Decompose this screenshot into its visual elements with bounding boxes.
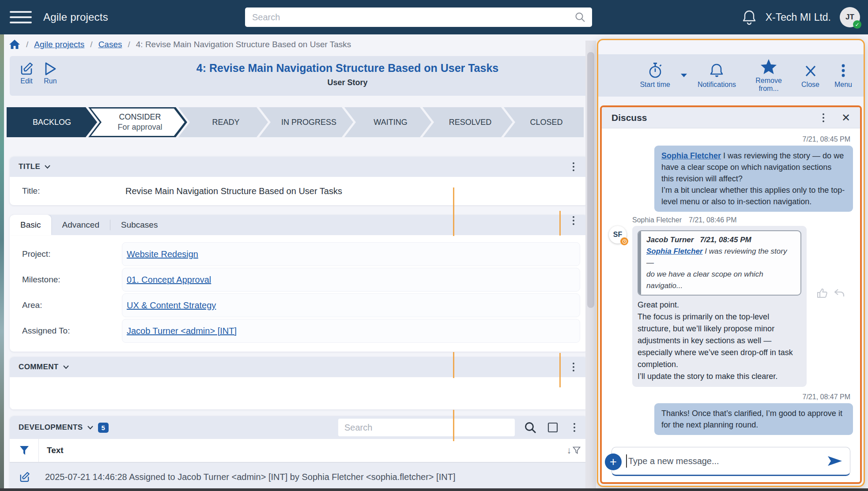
mention-link[interactable]: Sophia Fletcher bbox=[661, 151, 721, 160]
title-field-value[interactable]: Revise Main Navigation Structure Based o… bbox=[125, 186, 342, 196]
quote-header: Jacob Turner 7/21, 08:45 PM bbox=[646, 234, 795, 246]
field-value-pill: Website Redesign bbox=[122, 242, 580, 266]
case-subtitle: User Story bbox=[116, 78, 579, 87]
section-heading: TITLE bbox=[19, 162, 40, 171]
hamburger-icon[interactable] bbox=[10, 8, 34, 26]
quote-body: Jacob Turner 7/21, 08:45 PM Sophia Fletc… bbox=[641, 231, 800, 295]
company-name[interactable]: X-Tech MI Ltd. bbox=[766, 11, 831, 23]
assigned-to-link[interactable]: Jacob Turner <admin> [INT] bbox=[127, 326, 237, 336]
top-bar: Agile projects X-Tech MI Ltd. JT ✓ bbox=[0, 0, 868, 34]
orange-guide-line bbox=[453, 352, 454, 378]
column-header-text[interactable]: Text bbox=[47, 446, 64, 455]
table-row[interactable]: 2025-07-21 14:46:28 Assigned to Jacob Tu… bbox=[10, 462, 588, 491]
discuss-header: Discuss ✕ bbox=[602, 107, 860, 128]
edit-label: Edit bbox=[20, 77, 33, 85]
project-link[interactable]: Website Redesign bbox=[127, 249, 198, 259]
remove-from-button[interactable]: Remove from... bbox=[751, 58, 786, 93]
notifications-button[interactable]: Notifications bbox=[698, 62, 736, 89]
avatar[interactable]: SF bbox=[609, 226, 626, 244]
field-label: Area: bbox=[22, 300, 42, 310]
message-author[interactable]: Sophia Fletcher bbox=[632, 216, 682, 224]
workflow-state-closed[interactable]: CLOSED bbox=[504, 107, 584, 137]
caret-down-icon[interactable] bbox=[680, 73, 688, 78]
workflow-state-resolved[interactable]: RESOLVED bbox=[423, 107, 513, 137]
quote-text: Sophia Fletcher I was reviewing the stor… bbox=[646, 246, 795, 292]
field-value-pill: Jacob Turner <admin> [INT] bbox=[122, 319, 580, 343]
menu-button[interactable]: Menu bbox=[834, 62, 852, 89]
comment-section-header[interactable]: COMMENT bbox=[10, 357, 588, 377]
message-reactions bbox=[816, 287, 845, 299]
bell-icon[interactable] bbox=[742, 9, 757, 25]
global-search-input[interactable] bbox=[245, 12, 574, 22]
message-bubble[interactable]: Jacob Turner 7/21, 08:45 PM Sophia Fletc… bbox=[632, 226, 807, 387]
sort-controls[interactable]: ↓ bbox=[567, 445, 581, 456]
mention-link[interactable]: Sophia Fletcher bbox=[646, 247, 703, 255]
breadcrumb-link-cases[interactable]: Cases bbox=[98, 40, 122, 49]
kebab-menu-icon[interactable] bbox=[818, 112, 829, 124]
close-icon[interactable]: ✕ bbox=[842, 112, 850, 123]
kebab-menu-icon[interactable] bbox=[568, 215, 579, 226]
orange-guide-line bbox=[559, 353, 561, 387]
developments-search-input[interactable] bbox=[338, 419, 515, 436]
breadcrumb: / Agile projects / Cases / 4: Revise Mai… bbox=[0, 34, 592, 55]
run-button[interactable]: Run bbox=[37, 61, 64, 85]
breadcrumb-separator: / bbox=[128, 40, 130, 49]
avatar[interactable]: JT ✓ bbox=[840, 7, 860, 27]
workflow-state-in-progress[interactable]: IN PROGRESS bbox=[259, 107, 353, 137]
workflow-state-ready[interactable]: READY bbox=[178, 107, 268, 137]
home-icon[interactable] bbox=[9, 39, 20, 50]
row-edit-cell[interactable] bbox=[10, 471, 39, 483]
chat-input-bar: + bbox=[611, 447, 850, 476]
kebab-menu-icon[interactable] bbox=[568, 361, 579, 373]
breadcrumb-separator: / bbox=[26, 40, 28, 49]
workflow-state-consider[interactable]: CONSIDER For approval bbox=[88, 107, 187, 137]
tab-advanced[interactable]: Advanced bbox=[51, 215, 110, 235]
orange-guide-line bbox=[559, 211, 561, 236]
search-icon[interactable] bbox=[574, 11, 586, 23]
chat-message-outgoing: 7/21, 08:45 PM Sophia Fletcher I was rev… bbox=[609, 135, 853, 212]
chat-message-input[interactable] bbox=[627, 456, 827, 466]
comment-section: COMMENT bbox=[10, 357, 588, 409]
message-meta: Sophia Fletcher 7/21, 08:46 PM bbox=[632, 216, 807, 224]
filter-funnel-cell[interactable] bbox=[10, 439, 39, 462]
milestone-link[interactable]: 01. Concept Approval bbox=[127, 275, 211, 285]
kebab-menu-icon[interactable] bbox=[568, 161, 579, 172]
field-row-area: Area: UX & Content Strategy bbox=[10, 292, 588, 318]
section-heading: COMMENT bbox=[19, 363, 59, 371]
workflow-state-waiting[interactable]: WAITING bbox=[344, 107, 431, 137]
avatar-initials: JT bbox=[845, 13, 854, 22]
menu-label: Menu bbox=[834, 81, 852, 89]
state-label: RESOLVED bbox=[449, 118, 492, 127]
tab-subcases[interactable]: Subcases bbox=[110, 215, 168, 235]
developments-table-header: Text ↓ bbox=[10, 439, 588, 462]
thumbs-up-icon[interactable] bbox=[816, 287, 829, 299]
tab-basic[interactable]: Basic bbox=[10, 215, 51, 235]
close-panel-button[interactable]: Close bbox=[801, 62, 819, 89]
plus-icon[interactable]: + bbox=[605, 454, 622, 470]
action-bar: Edit Run 4: Revise Main Navigation Struc… bbox=[10, 56, 588, 96]
area-link[interactable]: UX & Content Strategy bbox=[127, 300, 216, 311]
title-section-header[interactable]: TITLE bbox=[10, 157, 588, 177]
kebab-menu-icon[interactable] bbox=[569, 422, 580, 433]
search-icon[interactable] bbox=[524, 421, 537, 434]
start-time-label: Start time bbox=[640, 81, 670, 89]
quoted-message[interactable]: Jacob Turner 7/21, 08:45 PM Sophia Fletc… bbox=[638, 230, 801, 296]
page-scrollbar[interactable] bbox=[585, 41, 596, 489]
comment-body-empty[interactable] bbox=[10, 377, 588, 409]
chevron-down-icon[interactable] bbox=[87, 425, 94, 430]
workflow-state-consider-inner: CONSIDER For approval bbox=[91, 109, 185, 136]
start-time-button[interactable]: Start time bbox=[640, 62, 670, 89]
message-bubble[interactable]: Thanks! Once that’s clarified, I’m good … bbox=[654, 403, 853, 435]
message-bubble[interactable]: Sophia Fletcher I was reviewing the stor… bbox=[654, 146, 853, 212]
reply-icon[interactable] bbox=[833, 287, 845, 299]
run-icon bbox=[43, 61, 57, 76]
workflow-state-backlog[interactable]: BACKLOG bbox=[7, 107, 97, 137]
notifications-label: Notifications bbox=[698, 81, 736, 89]
details-section: Basic Advanced Subcases Project: Website… bbox=[10, 215, 588, 352]
edit-button[interactable]: Edit bbox=[13, 61, 40, 85]
edit-icon bbox=[19, 61, 34, 76]
scrollbar-thumb[interactable] bbox=[587, 52, 594, 308]
select-square-icon[interactable] bbox=[547, 422, 558, 433]
breadcrumb-link-agile-projects[interactable]: Agile projects bbox=[34, 40, 84, 49]
send-button[interactable] bbox=[827, 454, 843, 468]
